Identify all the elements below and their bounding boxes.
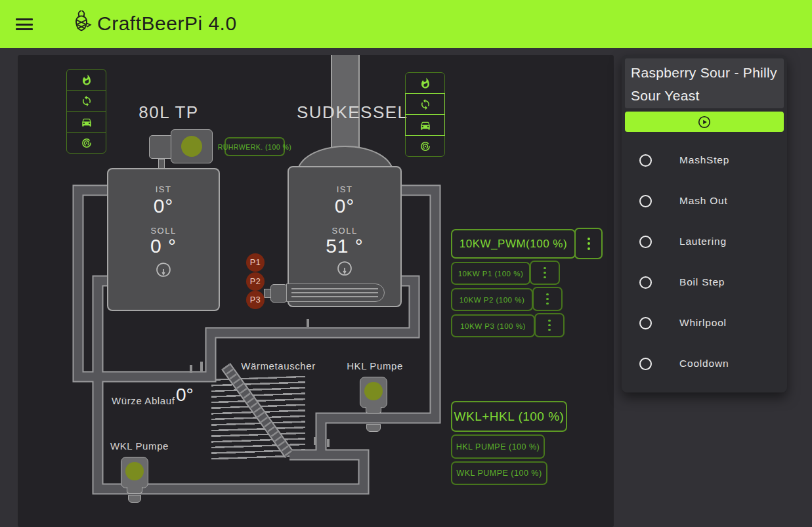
kebab-icon <box>548 320 550 331</box>
kettle1-soll-value: 0 ° <box>131 235 196 257</box>
kebab-icon <box>546 293 548 305</box>
heater-p2-menu-button[interactable] <box>532 287 563 311</box>
kettle1-soll-label: SOLL <box>131 226 196 236</box>
heater-main-button[interactable]: 10KW_PWM(100 %) <box>451 229 576 259</box>
kebab-icon <box>544 267 545 278</box>
heat-icon[interactable] <box>405 72 445 94</box>
heater-main-menu-button[interactable] <box>574 228 603 259</box>
heat-icon[interactable] <box>66 69 106 91</box>
step-row-whirlpool[interactable]: Whirlpool <box>622 303 787 343</box>
step-row-cooldown[interactable]: Cooldown <box>622 343 787 384</box>
hkl-pump-outlet <box>366 424 381 432</box>
recipe-title: Raspberry Sour - Philly Sour Yeast <box>625 58 784 108</box>
wkl-pump-outlet <box>128 495 141 503</box>
step-radio[interactable] <box>639 236 652 248</box>
heating-element-tube <box>291 292 378 293</box>
step-label: Mash Out <box>679 195 728 207</box>
play-circle-icon <box>697 115 712 129</box>
kettle2-ist-value: 0° <box>312 195 377 217</box>
kettle2-title: SUDKESSEL <box>297 102 395 123</box>
wkl-pump-button[interactable]: WKL PUMPE (100 %) <box>451 461 547 485</box>
kettle2-toolbar <box>405 72 445 157</box>
step-radio[interactable] <box>639 358 652 370</box>
step-row-mash-out[interactable]: Mash Out <box>622 180 787 221</box>
step-label: Whirlpool <box>679 317 727 329</box>
start-brew-button[interactable] <box>625 112 784 132</box>
wkl-pump-foot <box>127 487 142 494</box>
power-badge-p3: P3 <box>246 291 265 309</box>
agitator-status-light <box>181 136 202 157</box>
hop-icon <box>70 10 93 37</box>
step-radio[interactable] <box>639 154 652 167</box>
sync-icon[interactable] <box>66 90 106 112</box>
heater-p2-button[interactable]: 10KW P2 (100 %) <box>451 288 533 311</box>
wort-out-label: Würze Ablauf <box>112 395 175 406</box>
hkl-pump-status-light <box>364 382 383 400</box>
wkl-hkl-main-button[interactable]: WKL+HKL (100 %) <box>451 401 567 432</box>
ruehrwerk-button[interactable]: RÜHRWERK. (100 %) <box>224 137 285 156</box>
app-title: CraftBeerPi 4.0 <box>97 12 237 35</box>
coil-icon[interactable] <box>66 132 106 154</box>
heating-element-flange <box>270 284 288 303</box>
heater-p3-menu-button[interactable] <box>534 313 565 337</box>
car-icon[interactable] <box>405 114 445 136</box>
coil-icon[interactable] <box>405 135 445 157</box>
kettle2-ist-label: IST <box>312 184 377 194</box>
kettle2-soll-label: SOLL <box>312 226 377 236</box>
step-row-lautering[interactable]: Lautering <box>622 221 787 262</box>
step-label: Boil Step <box>679 276 725 288</box>
step-radio[interactable] <box>639 195 652 207</box>
hkl-pump-foot <box>366 407 381 413</box>
step-row-boil-step[interactable]: Boil Step <box>622 262 787 303</box>
kettle1-ist-label: IST <box>131 184 196 194</box>
kettle2-target-gauge-icon <box>336 260 353 277</box>
heat-exchanger-label: Wärmetauscher <box>226 360 331 371</box>
craftbeerpi-app: CraftBeerPi 4.0 80L TP RÜHRWERK. (100 %)… <box>0 0 812 527</box>
heat-exchanger-coil <box>211 376 305 463</box>
step-label: Lautering <box>679 236 727 247</box>
power-badge-p2: P2 <box>246 272 265 291</box>
heater-p3-button[interactable]: 10KW P3 (100 %) <box>451 314 535 337</box>
sync-icon[interactable] <box>405 93 445 115</box>
step-radio[interactable] <box>639 276 652 289</box>
power-badge-p1: P1 <box>246 253 265 272</box>
hamburger-menu-icon[interactable] <box>16 18 33 30</box>
step-row-mashstep[interactable]: MashStep <box>622 140 787 180</box>
kettle1-ist-value: 0° <box>131 195 196 217</box>
app-header: CraftBeerPi 4.0 <box>0 0 812 48</box>
wort-out-temp: 0° <box>176 385 194 406</box>
kettle2-soll-value: 51 ° <box>312 235 377 257</box>
car-icon[interactable] <box>66 111 106 133</box>
step-label: MashStep <box>679 154 729 166</box>
kebab-icon <box>588 238 590 250</box>
step-radio[interactable] <box>639 317 652 329</box>
heater-p1-menu-button[interactable] <box>530 261 560 285</box>
wkl-pump-status-light <box>125 462 144 480</box>
hkl-pump-label: HKL Pumpe <box>326 360 424 371</box>
hkl-pump-button[interactable]: HKL PUMPE (100 %) <box>451 434 545 459</box>
kettle1-title: 80L TP <box>119 102 218 123</box>
heater-p1-button[interactable]: 10KW P1 (100 %) <box>451 262 530 285</box>
heating-element-tube <box>291 288 378 289</box>
heating-element-tube <box>291 296 378 297</box>
kettle1-toolbar <box>66 69 106 154</box>
step-label: Cooldown <box>679 358 729 369</box>
wkl-pump-label: WKL Pumpe <box>110 440 169 452</box>
kettle1-target-gauge-icon <box>155 261 172 278</box>
